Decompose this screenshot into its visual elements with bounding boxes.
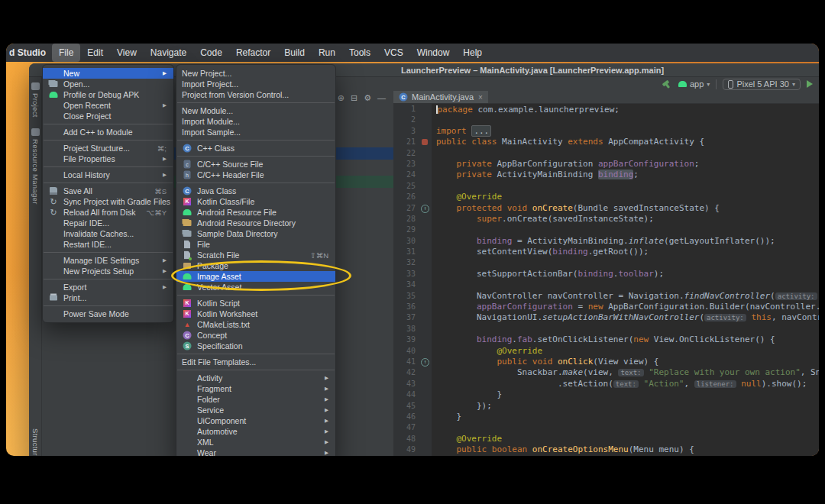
code-line[interactable]: 48 @Override [393,434,819,444]
settings-gear-icon[interactable]: ⚙ [364,93,371,103]
menu-item-java-class[interactable]: Java Class [176,186,335,196]
code-line[interactable]: 23 private AppBarConfiguration appBarCon… [393,159,819,170]
code-line[interactable]: 21public class MainActivity extends AppC… [393,137,819,147]
menu-item-package[interactable]: Package [176,260,335,271]
menubar-item-navigate[interactable]: Navigate [144,44,193,62]
build-hammer-icon[interactable] [662,79,672,89]
close-icon[interactable]: × [478,93,483,102]
menu-item-c-c-source-file[interactable]: C/C++ Source File [176,159,335,170]
menu-item-kotlin-class-file[interactable]: Kotlin Class/File [176,196,335,207]
menubar-item-build[interactable]: Build [277,44,312,62]
code-line[interactable]: 44 } [393,389,819,400]
menu-item-kotlin-script[interactable]: Kotlin Script [176,298,335,309]
code-line[interactable]: 36 appBarConfiguration = new AppBarConfi… [393,302,819,312]
run-button[interactable] [807,80,813,88]
menu-item-automotive[interactable]: Automotive▶ [176,426,335,437]
sidebar-item-structure[interactable]: Structure [29,423,41,456]
menu-item-local-history[interactable]: Local History▶ [43,170,173,180]
menu-item-scratch-file[interactable]: Scratch File⇧⌘N [176,250,335,260]
menubar-item-tools[interactable]: Tools [342,44,377,62]
menubar-item-help[interactable]: Help [456,44,489,62]
code-line[interactable]: 46 } [393,412,819,422]
editor-tab-mainactivity[interactable]: MainActivity.java × [393,91,488,103]
menu-item-android-resource-directory[interactable]: Android Resource Directory [176,218,335,228]
code-line[interactable]: 35 NavController navController = Navigat… [393,291,819,302]
menu-item-file[interactable]: File [176,239,335,250]
code-line[interactable]: 28 super.onCreate(savedInstanceState); [393,214,819,225]
menubar-item-run[interactable]: Run [312,44,342,62]
sidebar-item-project[interactable]: Project [29,77,41,123]
menubar-item-refactor[interactable]: Refactor [229,44,277,62]
collapse-all-icon[interactable]: ⊟ [351,93,358,103]
menu-item-add-c-to-module[interactable]: Add C++ to Module [43,127,173,137]
menu-item-manage-ide-settings[interactable]: Manage IDE Settings▶ [43,255,173,266]
code-line[interactable]: 34 [393,279,819,290]
menu-item-android-resource-file[interactable]: Android Resource File [176,207,335,218]
menu-item-invalidate-caches[interactable]: Invalidate Caches... [43,228,173,239]
menu-item-project-from-version-control[interactable]: Project from Version Control... [176,89,335,100]
code-line[interactable]: 25 [393,181,819,192]
menu-item-c-class[interactable]: C++ Class [176,143,335,153]
code-line[interactable]: 38 [393,324,819,334]
menubar-item-file[interactable]: File [52,44,80,62]
code-line[interactable]: 1package com.example.launcherpreview; [393,104,819,115]
code-line[interactable]: 43 .setAction(text: "Action", listener: … [393,379,819,389]
hide-panel-icon[interactable]: — [377,93,386,102]
menu-item-activity[interactable]: Activity▶ [176,373,335,383]
menu-item-export[interactable]: Export▶ [43,282,173,292]
menu-item-new-module[interactable]: New Module... [176,105,335,116]
code-line[interactable]: 27 protected void onCreate(Bundle savedI… [393,203,819,214]
code-line[interactable]: 39 binding.fab.setOnClickListener(new Vi… [393,334,819,345]
menu-item-open[interactable]: Open... [43,79,173,89]
code-line[interactable]: 24 private ActivityMainBinding binding; [393,170,819,180]
menu-item-wear[interactable]: Wear▶ [176,447,335,456]
code-line[interactable]: 2 [393,115,819,125]
menu-item-edit-file-templates[interactable]: Edit File Templates... [176,357,335,367]
code-line[interactable]: 22 [393,148,819,159]
menu-item-c-c-header-file[interactable]: C/C++ Header File [176,170,335,180]
menu-item-concept[interactable]: Concept [176,330,335,341]
code-line[interactable]: 30 binding = ActivityMainBinding.inflate… [393,236,819,247]
menu-item-xml[interactable]: XML▶ [176,437,335,447]
menu-item-new[interactable]: New▶ [43,68,173,79]
code-line[interactable]: 40 @Override [393,346,819,357]
code-line[interactable]: 29 [393,225,819,235]
sidebar-item-resource-manager[interactable]: Resource Manager [29,123,41,210]
menu-item-cmakelists-txt[interactable]: CMakeLists.txt [176,319,335,330]
code-line[interactable]: 32 [393,257,819,268]
menu-item-fragment[interactable]: Fragment▶ [176,383,335,394]
menu-item-restart-ide[interactable]: Restart IDE... [43,239,173,250]
code-line[interactable]: 26 @Override [393,192,819,202]
menu-item-reload-all-from-disk[interactable]: Reload All from Disk⌥⌘Y [43,207,173,218]
menu-item-kotlin-worksheet[interactable]: Kotlin Worksheet [176,309,335,319]
menu-item-new-project[interactable]: New Project... [176,68,335,79]
menubar-item-window[interactable]: Window [410,44,457,62]
code-line[interactable]: 49 public boolean onCreateOptionsMenu(Me… [393,444,819,455]
menu-item-file-properties[interactable]: File Properties▶ [43,153,173,164]
menu-item-folder[interactable]: Folder▶ [176,394,335,405]
module-selector[interactable]: app ▾ [678,79,710,89]
menu-item-profile-or-debug-apk[interactable]: Profile or Debug APK [43,89,173,100]
menu-item-vector-asset[interactable]: Vector Asset [176,282,335,292]
menu-item-import-module[interactable]: Import Module... [176,116,335,127]
menu-item-print[interactable]: Print... [43,292,173,303]
menubar-item-edit[interactable]: Edit [80,44,110,62]
menu-item-service[interactable]: Service▶ [176,405,335,415]
menubar-item-vcs[interactable]: VCS [377,44,410,62]
code-line[interactable]: 31 setContentView(binding.getRoot()); [393,247,819,257]
menu-item-open-recent[interactable]: Open Recent▶ [43,100,173,111]
code-line[interactable]: 41 public void onClick(View view) { [393,357,819,367]
code-line[interactable]: 45 }); [393,401,819,412]
code-line[interactable]: 33 setSupportActionBar(binding.toolbar); [393,269,819,279]
locate-file-icon[interactable]: ⊕ [338,93,345,103]
menu-item-repair-ide[interactable]: Repair IDE... [43,218,173,228]
code-line[interactable]: 42 Snackbar.make(view, text: "Replace wi… [393,367,819,378]
menubar-item-code[interactable]: Code [193,44,229,62]
device-selector[interactable]: Pixel 5 API 30 ▾ [723,79,801,90]
menu-item-power-save-mode[interactable]: Power Save Mode [43,309,173,319]
code-line[interactable]: 3import ... [393,126,819,137]
menu-item-specification[interactable]: Specification [176,341,335,351]
menu-item-image-asset[interactable]: Image Asset [176,271,335,282]
menu-item-uicomponent[interactable]: UiComponent▶ [176,415,335,426]
menu-item-sample-data-directory[interactable]: Sample Data Directory [176,228,335,239]
